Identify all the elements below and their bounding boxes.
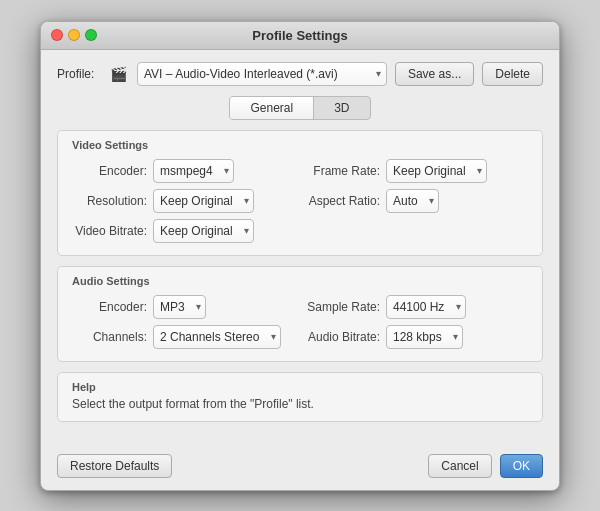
tab-general[interactable]: General	[230, 97, 314, 119]
encoder-select-box[interactable]: msmpeg4	[153, 159, 234, 183]
video-settings-title: Video Settings	[72, 139, 528, 151]
video-bitrate-field: Video Bitrate: Keep Original	[72, 219, 295, 243]
profile-select-wrapper[interactable]: AVI – Audio-Video Interleaved (*.avi)	[137, 62, 387, 86]
resolution-select[interactable]: Keep Original	[153, 189, 254, 213]
channels-field: Channels: 2 Channels Stereo	[72, 325, 295, 349]
video-empty-field	[305, 219, 528, 243]
audio-bitrate-label: Audio Bitrate:	[305, 330, 380, 344]
resolution-label: Resolution:	[72, 194, 147, 208]
encoder-field: Encoder: msmpeg4	[72, 159, 295, 183]
profile-select[interactable]: AVI – Audio-Video Interleaved (*.avi)	[137, 62, 387, 86]
window-title: Profile Settings	[252, 28, 347, 43]
frame-rate-select[interactable]: Keep Original	[386, 159, 487, 183]
video-bitrate-label: Video Bitrate:	[72, 224, 147, 238]
audio-encoder-select-box[interactable]: MP3	[153, 295, 206, 319]
audio-bitrate-select-box[interactable]: 128 kbps	[386, 325, 463, 349]
video-bitrate-select-box[interactable]: Keep Original	[153, 219, 254, 243]
audio-encoder-field: Encoder: MP3	[72, 295, 295, 319]
sample-rate-label: Sample Rate:	[305, 300, 380, 314]
profile-settings-dialog: Profile Settings Profile: 🎬 AVI – Audio-…	[40, 21, 560, 491]
titlebar: Profile Settings	[41, 22, 559, 50]
help-title: Help	[72, 381, 528, 393]
audio-bitrate-field: Audio Bitrate: 128 kbps	[305, 325, 528, 349]
ok-button[interactable]: OK	[500, 454, 543, 478]
audio-settings-grid: Encoder: MP3 Sample Rate: 44100 Hz	[72, 295, 528, 349]
audio-settings-section: Audio Settings Encoder: MP3 Sample Rate:	[57, 266, 543, 362]
tabs-row: General 3D	[57, 96, 543, 120]
profile-format-icon: 🎬	[110, 66, 127, 82]
frame-rate-select-box[interactable]: Keep Original	[386, 159, 487, 183]
audio-encoder-select[interactable]: MP3	[153, 295, 206, 319]
save-as-button[interactable]: Save as...	[395, 62, 474, 86]
channels-select-box[interactable]: 2 Channels Stereo	[153, 325, 281, 349]
restore-defaults-button[interactable]: Restore Defaults	[57, 454, 172, 478]
aspect-ratio-label: Aspect Ratio:	[305, 194, 380, 208]
video-settings-grid: Encoder: msmpeg4 Frame Rate: Keep Origin…	[72, 159, 528, 243]
frame-rate-field: Frame Rate: Keep Original	[305, 159, 528, 183]
zoom-button[interactable]	[85, 29, 97, 41]
aspect-ratio-select[interactable]: Auto	[386, 189, 439, 213]
footer: Restore Defaults Cancel OK	[41, 446, 559, 490]
resolution-field: Resolution: Keep Original	[72, 189, 295, 213]
video-bitrate-select[interactable]: Keep Original	[153, 219, 254, 243]
aspect-ratio-field: Aspect Ratio: Auto	[305, 189, 528, 213]
cancel-button[interactable]: Cancel	[428, 454, 491, 478]
profile-row: Profile: 🎬 AVI – Audio-Video Interleaved…	[57, 62, 543, 86]
minimize-button[interactable]	[68, 29, 80, 41]
dialog-content: Profile: 🎬 AVI – Audio-Video Interleaved…	[41, 50, 559, 446]
sample-rate-field: Sample Rate: 44100 Hz	[305, 295, 528, 319]
encoder-select[interactable]: msmpeg4	[153, 159, 234, 183]
traffic-lights	[51, 29, 97, 41]
audio-encoder-label: Encoder:	[72, 300, 147, 314]
encoder-label: Encoder:	[72, 164, 147, 178]
sample-rate-select[interactable]: 44100 Hz	[386, 295, 466, 319]
help-text: Select the output format from the "Profi…	[72, 397, 528, 411]
footer-right: Cancel OK	[428, 454, 543, 478]
video-settings-section: Video Settings Encoder: msmpeg4 Frame Ra…	[57, 130, 543, 256]
channels-select[interactable]: 2 Channels Stereo	[153, 325, 281, 349]
audio-settings-title: Audio Settings	[72, 275, 528, 287]
delete-button[interactable]: Delete	[482, 62, 543, 86]
channels-label: Channels:	[72, 330, 147, 344]
audio-bitrate-select[interactable]: 128 kbps	[386, 325, 463, 349]
profile-label: Profile:	[57, 67, 102, 81]
aspect-ratio-select-box[interactable]: Auto	[386, 189, 439, 213]
tab-group: General 3D	[229, 96, 370, 120]
help-section: Help Select the output format from the "…	[57, 372, 543, 422]
close-button[interactable]	[51, 29, 63, 41]
sample-rate-select-box[interactable]: 44100 Hz	[386, 295, 466, 319]
frame-rate-label: Frame Rate:	[305, 164, 380, 178]
resolution-select-box[interactable]: Keep Original	[153, 189, 254, 213]
tab-3d[interactable]: 3D	[314, 97, 369, 119]
